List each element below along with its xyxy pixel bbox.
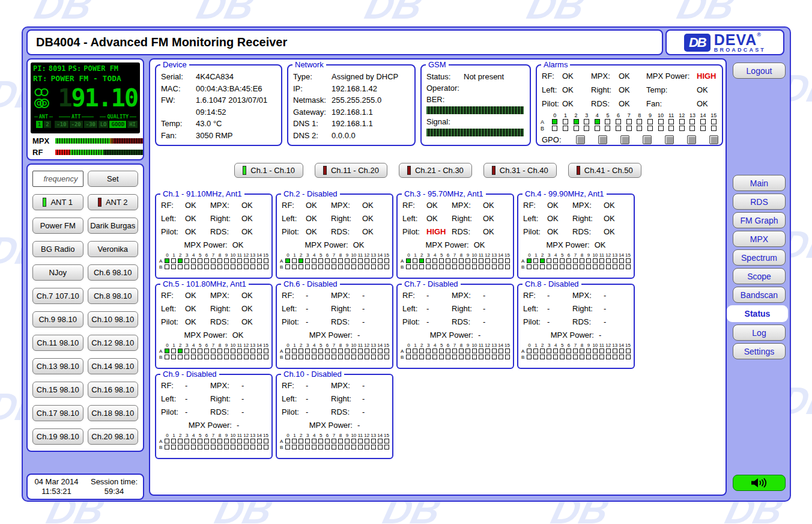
preset-button[interactable]: Ch.8 98.10 <box>88 288 139 304</box>
preset-button[interactable]: Ch.17 98.10 <box>32 405 83 421</box>
group-ch31-40-button[interactable]: Ch.31 - Ch.40 <box>483 163 557 178</box>
channel-panels: Ch.1 - 91.10MHz, Ant1 RF:OKMPX:OK Left:O… <box>155 193 635 459</box>
rf-level-meter <box>55 150 143 155</box>
quality-label: QUALITY <box>98 114 138 120</box>
alarms-panel: Alarms RF:OK MPX:OK MPX Power:HIGH Left:… <box>536 64 723 146</box>
rf-meter-label: RF <box>32 148 55 157</box>
set-button[interactable]: Set <box>88 171 139 187</box>
channel-panel-1: Ch.1 - 91.10MHz, Ant1 RF:OKMPX:OK Left:O… <box>155 193 273 279</box>
gpo-button[interactable] <box>709 135 718 144</box>
ant1-led <box>43 198 46 207</box>
nav-log-button[interactable]: Log <box>733 324 786 341</box>
nav-status-button[interactable]: Status <box>727 305 788 322</box>
att-10-indicator: -10 <box>55 121 68 128</box>
rds-icon <box>33 98 51 109</box>
nav-settings-button[interactable]: Settings <box>733 343 786 359</box>
ant2-led <box>98 198 102 207</box>
preset-button[interactable]: Ch.13 98.10 <box>32 358 83 374</box>
gpo-button[interactable] <box>687 135 696 144</box>
preset-button[interactable]: Ch.7 107.10 <box>32 288 83 304</box>
listen-button[interactable] <box>733 475 786 491</box>
gpo-button[interactable] <box>643 135 652 144</box>
ant1-button[interactable]: ANT 1 <box>32 194 83 210</box>
gpo-button[interactable] <box>665 135 674 144</box>
preset-button[interactable]: Power FM <box>32 218 83 234</box>
nav-fm-graph-button[interactable]: FM Graph <box>733 212 786 228</box>
ber-meter <box>426 106 524 114</box>
ps-label: PS: <box>68 64 82 73</box>
preset-button[interactable]: Ch.9 98.10 <box>32 311 83 328</box>
att-20-indicator: -20 <box>70 121 83 128</box>
lcd-panel: PI: 8091 PS: POWER FM RT: POWER FM - TOD… <box>26 58 144 160</box>
preset-button[interactable]: Darik Burgas <box>88 218 139 234</box>
channel-panel-8: Ch.8 - Disabled RF:-MPX:- Left:-Right:- … <box>517 284 635 369</box>
preset-button[interactable]: Ch.20 98.10 <box>88 428 139 445</box>
preset-button[interactable]: Veronika <box>88 241 139 257</box>
group-ch1-10-button[interactable]: Ch.1 - Ch.10 <box>234 163 303 178</box>
nav-bandscan-button[interactable]: Bandscan <box>733 287 786 303</box>
alarms-channel-grid: 0123456789101112131415AB <box>540 112 719 132</box>
preset-button[interactable]: Ch.14 98.10 <box>88 358 139 374</box>
logout-button[interactable]: Logout <box>733 62 786 79</box>
channel-panel-9: Ch.9 - Disabled RF:-MPX:- Left:-Right:- … <box>155 374 273 459</box>
nav-main-button[interactable]: Main <box>733 175 786 191</box>
preset-button[interactable]: BG Radio <box>32 241 83 257</box>
nav-mpx-button[interactable]: MPX <box>733 231 786 247</box>
preset-button[interactable]: Ch.6 98.10 <box>88 264 139 281</box>
channel-panel-4: Ch.4 - 99.90MHz, Ant1 RF:OKMPX:OK Left:O… <box>517 193 635 279</box>
device-panel: Device Serial:4K4CA834 MAC:00:04:A3:BA:4… <box>155 64 282 146</box>
gpo-button[interactable] <box>576 135 585 144</box>
channel-panel-10: Ch.10 - Disabled RF:-MPX:- Left:-Right:-… <box>276 374 393 459</box>
nav-rds-button[interactable]: RDS <box>733 193 786 210</box>
preset-button[interactable]: Ch.18 98.10 <box>88 405 139 421</box>
ps-value: POWER FM <box>83 64 118 73</box>
group-led <box>407 166 411 175</box>
quality-good-indicator: GOOD <box>109 121 126 128</box>
preset-button[interactable]: Ch.12 98.10 <box>88 335 139 351</box>
gpo-buttons <box>576 135 718 144</box>
preset-button[interactable]: Ch.11 98.10 <box>32 335 83 351</box>
tuner-panel: Set ANT 1 ANT 2 Power FM Darik Burgas BG… <box>26 163 144 452</box>
preset-button[interactable]: Ch.10 98.10 <box>88 311 139 328</box>
speaker-icon <box>751 478 768 488</box>
gpo-button[interactable] <box>598 135 607 144</box>
gpo-button[interactable] <box>620 135 629 144</box>
channel-alarm-grid: 0123456789101112131415AB <box>279 433 390 450</box>
group-ch11-20-button[interactable]: Ch.11 - Ch.20 <box>315 163 387 178</box>
channel-alarm-grid: 0123456789101112131415AB <box>159 433 269 450</box>
frequency-input[interactable] <box>32 171 83 187</box>
group-ch21-30-button[interactable]: Ch.21 - Ch.30 <box>399 163 472 178</box>
channel-panel-6: Ch.6 - Disabled RF:-MPX:- Left:-Right:- … <box>276 284 393 369</box>
preset-button[interactable]: Ch.15 98.10 <box>32 382 83 398</box>
nav-scope-button[interactable]: Scope <box>733 268 786 284</box>
preset-button[interactable]: Ch.16 98.10 <box>88 382 139 398</box>
mpx-level-meter <box>55 138 143 144</box>
group-led <box>492 166 495 175</box>
channel-alarm-grid: 0123456789101112131415AB <box>279 252 390 270</box>
channel-panel-3: Ch.3 - 95.70MHz, Ant1 RF:OKMPX:OK Left:O… <box>396 193 514 279</box>
gpo-label: GPO: <box>542 135 562 144</box>
header-bar: DB4004 - Advanced FM Monitoring Receiver <box>26 29 663 55</box>
nav-spectrum-button[interactable]: Spectrum <box>733 249 786 266</box>
mpx-meter-label: MPX <box>32 136 55 145</box>
channel-alarm-grid: 0123456789101112131415AB <box>279 343 390 360</box>
channel-alarm-grid: 0123456789101112131415AB <box>400 252 511 270</box>
preset-button[interactable]: Ch.19 98.10 <box>32 428 83 445</box>
preset-button[interactable]: NJoy <box>32 264 83 281</box>
channel-panel-5: Ch.5 - 101.80MHz, Ant1 RF:OKMPX:OK Left:… <box>155 284 273 369</box>
rt-value: POWER FM - TODA <box>50 74 121 83</box>
group-ch41-50-button[interactable]: Ch.41 - Ch.50 <box>568 163 641 178</box>
channel-alarm-grid: 0123456789101112131415AB <box>521 343 631 360</box>
channel-alarm-grid: 0123456789101112131415AB <box>159 252 269 270</box>
ant2-button[interactable]: ANT 2 <box>88 194 139 210</box>
quality-hi-indicator: HI <box>127 121 138 128</box>
ant-label: ANT <box>33 114 54 120</box>
time-value: 11:53:21 <box>41 487 71 496</box>
channel-panel-2: Ch.2 - Disabled RF:OKMPX:OK Left:OKRight… <box>276 193 393 279</box>
session-time: 59:34 <box>105 487 124 496</box>
gsm-signal-meter <box>426 129 524 136</box>
channel-alarm-grid: 0123456789101112131415AB <box>159 343 269 360</box>
group-led <box>323 166 327 175</box>
brand-logo: DB DEVA® BROADCAST <box>665 29 784 55</box>
channel-group-tabs: Ch.1 - Ch.10 Ch.11 - Ch.20 Ch.21 - Ch.30… <box>150 163 726 178</box>
